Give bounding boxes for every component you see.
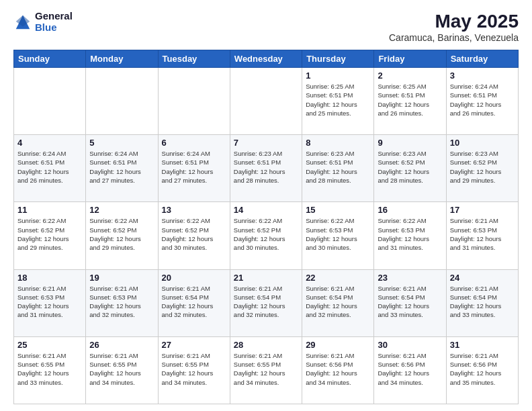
day-info: Sunrise: 6:22 AM Sunset: 6:53 PM Dayligh… — [378, 216, 442, 252]
day-info: Sunrise: 6:24 AM Sunset: 6:51 PM Dayligh… — [17, 149, 82, 185]
location: Caramuca, Barinas, Venezuela — [389, 32, 519, 43]
day-number: 13 — [162, 205, 226, 215]
table-row — [230, 68, 302, 135]
day-info: Sunrise: 6:24 AM Sunset: 6:51 PM Dayligh… — [162, 149, 226, 185]
table-row: 23Sunrise: 6:21 AM Sunset: 6:54 PM Dayli… — [374, 269, 446, 336]
col-wednesday: Wednesday — [230, 50, 302, 68]
day-info: Sunrise: 6:21 AM Sunset: 6:55 PM Dayligh… — [234, 351, 298, 387]
table-row: 3Sunrise: 6:24 AM Sunset: 6:51 PM Daylig… — [446, 68, 518, 135]
day-info: Sunrise: 6:21 AM Sunset: 6:53 PM Dayligh… — [450, 216, 515, 252]
header: General Blue May 2025 Caramuca, Barinas,… — [13, 11, 519, 43]
day-info: Sunrise: 6:23 AM Sunset: 6:52 PM Dayligh… — [378, 149, 442, 185]
table-row: 5Sunrise: 6:24 AM Sunset: 6:51 PM Daylig… — [86, 135, 158, 202]
day-number: 29 — [306, 340, 370, 350]
table-row: 28Sunrise: 6:21 AM Sunset: 6:55 PM Dayli… — [230, 336, 302, 404]
calendar-week-5: 25Sunrise: 6:21 AM Sunset: 6:55 PM Dayli… — [14, 336, 519, 404]
table-row: 25Sunrise: 6:21 AM Sunset: 6:55 PM Dayli… — [14, 336, 86, 404]
day-number: 1 — [306, 71, 370, 81]
table-row: 10Sunrise: 6:23 AM Sunset: 6:52 PM Dayli… — [446, 135, 518, 202]
day-info: Sunrise: 6:22 AM Sunset: 6:52 PM Dayligh… — [89, 216, 154, 252]
table-row: 26Sunrise: 6:21 AM Sunset: 6:55 PM Dayli… — [86, 336, 158, 404]
logo: General Blue — [13, 11, 73, 33]
day-info: Sunrise: 6:25 AM Sunset: 6:51 PM Dayligh… — [378, 82, 442, 118]
day-info: Sunrise: 6:24 AM Sunset: 6:51 PM Dayligh… — [89, 149, 154, 185]
svg-marker-1 — [16, 15, 30, 26]
day-info: Sunrise: 6:21 AM Sunset: 6:55 PM Dayligh… — [17, 351, 82, 387]
day-number: 10 — [450, 138, 515, 148]
day-number: 17 — [450, 205, 515, 215]
day-number: 26 — [89, 340, 154, 350]
table-row — [158, 68, 230, 135]
day-number: 7 — [234, 138, 298, 148]
table-row: 8Sunrise: 6:23 AM Sunset: 6:51 PM Daylig… — [302, 135, 374, 202]
day-info: Sunrise: 6:23 AM Sunset: 6:51 PM Dayligh… — [306, 149, 370, 185]
day-info: Sunrise: 6:21 AM Sunset: 6:54 PM Dayligh… — [234, 284, 298, 320]
table-row: 12Sunrise: 6:22 AM Sunset: 6:52 PM Dayli… — [86, 202, 158, 269]
table-row: 29Sunrise: 6:21 AM Sunset: 6:56 PM Dayli… — [302, 336, 374, 404]
table-row — [14, 68, 86, 135]
calendar-header-row: Sunday Monday Tuesday Wednesday Thursday… — [14, 50, 519, 68]
day-number: 28 — [234, 340, 298, 350]
day-info: Sunrise: 6:21 AM Sunset: 6:54 PM Dayligh… — [378, 284, 442, 320]
day-number: 20 — [162, 273, 226, 283]
day-info: Sunrise: 6:22 AM Sunset: 6:52 PM Dayligh… — [17, 216, 82, 252]
table-row — [86, 68, 158, 135]
col-monday: Monday — [86, 50, 158, 68]
day-number: 16 — [378, 205, 442, 215]
day-number: 18 — [17, 273, 82, 283]
table-row: 15Sunrise: 6:22 AM Sunset: 6:53 PM Dayli… — [302, 202, 374, 269]
day-info: Sunrise: 6:23 AM Sunset: 6:52 PM Dayligh… — [450, 149, 515, 185]
title-block: May 2025 Caramuca, Barinas, Venezuela — [389, 11, 519, 43]
day-number: 4 — [17, 138, 82, 148]
month-title: May 2025 — [389, 11, 519, 32]
day-number: 11 — [17, 205, 82, 215]
table-row: 16Sunrise: 6:22 AM Sunset: 6:53 PM Dayli… — [374, 202, 446, 269]
day-info: Sunrise: 6:22 AM Sunset: 6:53 PM Dayligh… — [306, 216, 370, 252]
logo-general-text: General — [35, 10, 73, 21]
col-friday: Friday — [374, 50, 446, 68]
table-row: 9Sunrise: 6:23 AM Sunset: 6:52 PM Daylig… — [374, 135, 446, 202]
day-number: 19 — [89, 273, 154, 283]
logo-icon — [13, 13, 32, 32]
page: General Blue May 2025 Caramuca, Barinas,… — [0, 0, 532, 411]
table-row: 21Sunrise: 6:21 AM Sunset: 6:54 PM Dayli… — [230, 269, 302, 336]
calendar-week-4: 18Sunrise: 6:21 AM Sunset: 6:53 PM Dayli… — [14, 269, 519, 336]
day-info: Sunrise: 6:21 AM Sunset: 6:55 PM Dayligh… — [89, 351, 154, 387]
day-number: 25 — [17, 340, 82, 350]
day-info: Sunrise: 6:21 AM Sunset: 6:55 PM Dayligh… — [162, 351, 226, 387]
day-number: 23 — [378, 273, 442, 283]
col-thursday: Thursday — [302, 50, 374, 68]
day-info: Sunrise: 6:25 AM Sunset: 6:51 PM Dayligh… — [306, 82, 370, 118]
day-number: 3 — [450, 71, 515, 81]
calendar-week-1: 1Sunrise: 6:25 AM Sunset: 6:51 PM Daylig… — [14, 68, 519, 135]
day-number: 9 — [378, 138, 442, 148]
day-info: Sunrise: 6:21 AM Sunset: 6:54 PM Dayligh… — [306, 284, 370, 320]
day-info: Sunrise: 6:24 AM Sunset: 6:51 PM Dayligh… — [450, 82, 515, 118]
day-number: 15 — [306, 205, 370, 215]
logo-blue-text: Blue — [35, 21, 57, 33]
day-number: 12 — [89, 205, 154, 215]
day-info: Sunrise: 6:21 AM Sunset: 6:56 PM Dayligh… — [450, 351, 515, 387]
day-number: 5 — [89, 138, 154, 148]
table-row: 19Sunrise: 6:21 AM Sunset: 6:53 PM Dayli… — [86, 269, 158, 336]
day-number: 27 — [162, 340, 226, 350]
day-number: 21 — [234, 273, 298, 283]
table-row: 30Sunrise: 6:21 AM Sunset: 6:56 PM Dayli… — [374, 336, 446, 404]
table-row: 2Sunrise: 6:25 AM Sunset: 6:51 PM Daylig… — [374, 68, 446, 135]
day-number: 30 — [378, 340, 442, 350]
table-row: 4Sunrise: 6:24 AM Sunset: 6:51 PM Daylig… — [14, 135, 86, 202]
calendar-week-3: 11Sunrise: 6:22 AM Sunset: 6:52 PM Dayli… — [14, 202, 519, 269]
day-info: Sunrise: 6:21 AM Sunset: 6:56 PM Dayligh… — [306, 351, 370, 387]
col-sunday: Sunday — [14, 50, 86, 68]
table-row: 27Sunrise: 6:21 AM Sunset: 6:55 PM Dayli… — [158, 336, 230, 404]
col-tuesday: Tuesday — [158, 50, 230, 68]
calendar-table: Sunday Monday Tuesday Wednesday Thursday… — [13, 50, 519, 404]
day-number: 8 — [306, 138, 370, 148]
table-row: 6Sunrise: 6:24 AM Sunset: 6:51 PM Daylig… — [158, 135, 230, 202]
day-number: 6 — [162, 138, 226, 148]
day-info: Sunrise: 6:23 AM Sunset: 6:51 PM Dayligh… — [234, 149, 298, 185]
table-row: 24Sunrise: 6:21 AM Sunset: 6:54 PM Dayli… — [446, 269, 518, 336]
table-row: 1Sunrise: 6:25 AM Sunset: 6:51 PM Daylig… — [302, 68, 374, 135]
day-info: Sunrise: 6:21 AM Sunset: 6:53 PM Dayligh… — [17, 284, 82, 320]
table-row: 20Sunrise: 6:21 AM Sunset: 6:54 PM Dayli… — [158, 269, 230, 336]
